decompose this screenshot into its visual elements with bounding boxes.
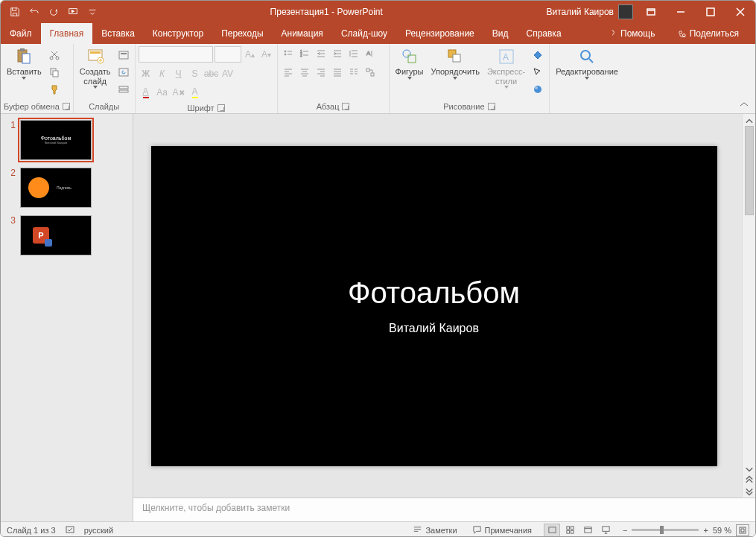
align-right-button[interactable]: [314, 65, 328, 80]
slide-canvas[interactable]: Фотоальбом Виталий Каиров: [133, 114, 742, 498]
tab-transitions[interactable]: Переходы: [212, 23, 272, 44]
increase-font-button[interactable]: A▴: [243, 47, 258, 62]
avatar[interactable]: [618, 4, 633, 19]
next-slide-button[interactable]: [744, 486, 755, 496]
undo-button[interactable]: [26, 4, 42, 20]
reading-view-button[interactable]: [579, 524, 596, 537]
quick-styles-button[interactable]: A Экспресс- стили: [484, 46, 528, 90]
new-slide-button[interactable]: Создать слайд: [77, 46, 114, 90]
slide-thumbnail-pane[interactable]: 1 Фотоальбом Виталий Каиров 2 Подпись 3 …: [1, 114, 133, 521]
scroll-handle[interactable]: [745, 126, 754, 215]
scroll-up-button[interactable]: [744, 115, 755, 126]
vertical-scrollbar[interactable]: [742, 114, 755, 498]
italic-button[interactable]: К: [155, 66, 170, 81]
slide-thumbnail-2[interactable]: Подпись: [20, 168, 92, 208]
shape-outline-button[interactable]: [530, 65, 546, 80]
language-indicator[interactable]: русский: [84, 526, 113, 535]
qat-customize-button[interactable]: [84, 4, 101, 20]
slide-counter[interactable]: Слайд 1 из 3: [7, 526, 56, 535]
align-center-button[interactable]: [297, 65, 312, 80]
tab-review[interactable]: Рецензирование: [396, 23, 483, 44]
font-size-select[interactable]: [215, 46, 241, 63]
editing-button[interactable]: Редактирование: [553, 46, 621, 81]
decrease-font-button[interactable]: A▾: [259, 47, 274, 62]
dialog-launcher-font[interactable]: [217, 104, 225, 112]
zoom-level[interactable]: 59 %: [713, 526, 731, 535]
share-button[interactable]: Поделиться: [668, 28, 748, 39]
slide[interactable]: Фотоальбом Виталий Каиров: [151, 146, 717, 466]
highlight-button[interactable]: A: [188, 85, 203, 100]
columns-button[interactable]: [346, 65, 361, 80]
decrease-indent-button[interactable]: [314, 46, 328, 61]
increase-indent-button[interactable]: [330, 46, 345, 61]
dialog-launcher-clipboard[interactable]: [63, 103, 70, 110]
maximize-button[interactable]: [696, 1, 725, 23]
zoom-handle[interactable]: [660, 526, 664, 534]
zoom-in-button[interactable]: +: [703, 526, 708, 535]
tab-help[interactable]: Справка: [517, 23, 570, 44]
tab-insert[interactable]: Вставка: [92, 23, 144, 44]
layout-button[interactable]: [115, 48, 132, 63]
justify-button[interactable]: [330, 65, 345, 80]
font-family-select[interactable]: [139, 46, 213, 63]
sorter-view-button[interactable]: [562, 524, 578, 537]
line-spacing-button[interactable]: [346, 46, 361, 61]
text-direction-button[interactable]: A: [363, 46, 378, 61]
bold-button[interactable]: Ж: [139, 66, 153, 81]
tab-file[interactable]: Файл: [1, 23, 41, 44]
char-spacing-button[interactable]: AV: [220, 66, 235, 81]
notes-toggle-button[interactable]: Заметки: [410, 525, 460, 535]
prev-slide-button[interactable]: [744, 475, 755, 486]
zoom-out-button[interactable]: −: [623, 526, 627, 535]
paste-button[interactable]: Вставить: [4, 46, 45, 81]
shape-effects-button[interactable]: [530, 82, 546, 97]
tab-home[interactable]: Главная: [41, 23, 93, 44]
tab-slideshow[interactable]: Слайд-шоу: [332, 23, 396, 44]
reset-button[interactable]: [115, 65, 132, 80]
ribbon-display-button[interactable]: [636, 1, 666, 23]
shape-fill-button[interactable]: [530, 48, 546, 63]
arrange-button[interactable]: Упорядочить: [428, 46, 482, 81]
save-button[interactable]: [7, 4, 23, 20]
redo-button[interactable]: [45, 4, 62, 20]
strike-button[interactable]: abc: [204, 66, 219, 81]
slide-title[interactable]: Фотоальбом: [348, 276, 520, 310]
font-color-button[interactable]: A: [139, 85, 153, 100]
slide-subtitle[interactable]: Виталий Каиров: [389, 322, 479, 335]
slide-thumbnail-1[interactable]: Фотоальбом Виталий Каиров: [20, 120, 92, 160]
start-from-beginning-button[interactable]: [65, 4, 81, 20]
close-button[interactable]: [725, 1, 755, 23]
zoom-slider[interactable]: [632, 529, 699, 531]
fit-to-window-button[interactable]: [736, 524, 749, 536]
slideshow-view-button[interactable]: [597, 524, 614, 537]
dialog-launcher-paragraph[interactable]: [342, 103, 349, 110]
smartart-button[interactable]: [363, 65, 378, 80]
dialog-launcher-drawing[interactable]: [488, 103, 495, 110]
user-area[interactable]: Виталий Каиров: [546, 4, 636, 19]
shadow-button[interactable]: S: [188, 66, 203, 81]
tab-animations[interactable]: Анимация: [273, 23, 332, 44]
bullets-button[interactable]: [281, 46, 296, 61]
align-left-button[interactable]: [281, 65, 296, 80]
format-painter-button[interactable]: [46, 82, 63, 97]
tell-me-button[interactable]: Помощь: [600, 28, 664, 39]
clear-formatting-button[interactable]: A✖: [171, 85, 186, 100]
tab-design[interactable]: Конструктор: [144, 23, 212, 44]
minimize-button[interactable]: [666, 1, 696, 23]
comments-button[interactable]: Примечания: [469, 525, 536, 535]
notes-pane[interactable]: Щелкните, чтобы добавить заметки: [133, 498, 755, 521]
copy-button[interactable]: [46, 65, 63, 80]
underline-button[interactable]: Ч: [171, 66, 186, 81]
cut-button[interactable]: [46, 48, 63, 63]
collapse-ribbon-button[interactable]: [737, 100, 751, 110]
numbering-button[interactable]: 12: [297, 46, 312, 61]
scroll-down-button[interactable]: [744, 465, 755, 475]
slide-thumbnail-3[interactable]: P: [20, 215, 92, 255]
section-button[interactable]: [115, 82, 132, 97]
change-case-button[interactable]: Aa: [155, 85, 170, 100]
shapes-button[interactable]: Фигуры: [393, 46, 427, 81]
spell-check-icon[interactable]: [65, 524, 75, 536]
normal-view-button[interactable]: [544, 524, 560, 537]
tab-view[interactable]: Вид: [483, 23, 518, 44]
scroll-track[interactable]: [743, 126, 755, 465]
